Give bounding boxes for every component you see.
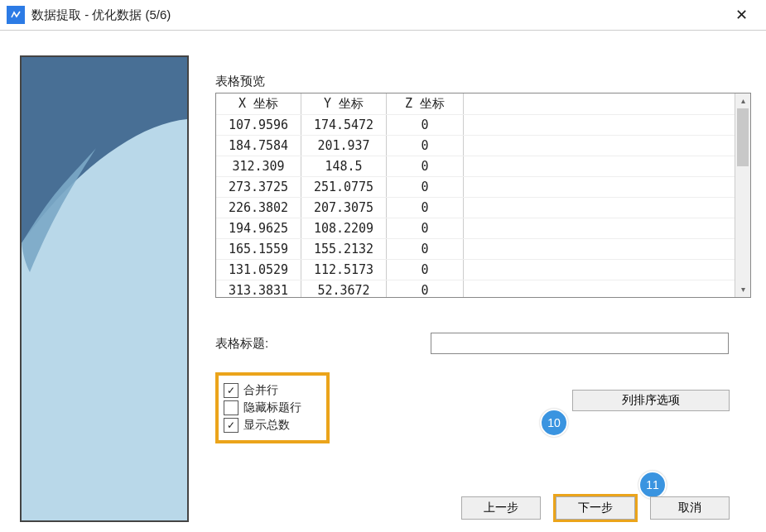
table-cell-pad — [464, 218, 735, 239]
table-cell-pad — [464, 239, 735, 260]
table-row[interactable]: 312.309148.50 — [216, 156, 735, 177]
table-preview: X 坐标Y 坐标Z 坐标 107.9596174.54720184.758420… — [215, 93, 751, 298]
table-cell: 0 — [387, 280, 464, 298]
table-cell: 0 — [387, 198, 464, 218]
table-scrollbar[interactable]: ▴ ▾ — [735, 93, 750, 297]
table-row[interactable]: 226.3802207.30750 — [216, 198, 735, 218]
table-cell: 273.3725 — [216, 177, 301, 198]
window-title: 数据提取 - 优化数据 (5/6) — [31, 7, 171, 23]
table-cell: 0 — [387, 156, 464, 177]
table-title-label: 表格标题: — [215, 336, 431, 352]
table-cell: 108.2209 — [301, 218, 387, 239]
table-cell: 0 — [387, 239, 464, 260]
preview-thumbnail — [20, 55, 189, 522]
hide-header-label: 隐藏标题行 — [243, 400, 301, 415]
table-cell: 0 — [387, 260, 464, 280]
table-title-input[interactable] — [431, 333, 729, 354]
table-cell: 165.1559 — [216, 239, 301, 260]
table-cell: 174.5472 — [301, 115, 387, 136]
step-badge-11: 11 — [638, 471, 667, 499]
table-cell: 226.3802 — [216, 198, 301, 218]
app-icon — [7, 6, 25, 24]
table-cell: 201.937 — [301, 136, 387, 156]
table-row[interactable]: 107.9596174.54720 — [216, 115, 735, 136]
table-row[interactable]: 313.383152.36720 — [216, 280, 735, 298]
scroll-down-icon[interactable]: ▾ — [735, 282, 750, 297]
column-sort-options-button[interactable]: 列排序选项 — [572, 390, 730, 411]
cancel-button[interactable]: 取消 — [650, 496, 730, 520]
table-row[interactable]: 131.0529112.51730 — [216, 260, 735, 280]
table-cell: 207.3075 — [301, 198, 387, 218]
merge-rows-checkbox[interactable]: ✓ — [224, 383, 238, 398]
table-cell-pad — [464, 260, 735, 280]
table-cell: 0 — [387, 115, 464, 136]
table-cell: 184.7584 — [216, 136, 301, 156]
table-cell-pad — [464, 177, 735, 198]
table-header-cell[interactable]: Y 坐标 — [301, 93, 387, 115]
step-badge-10: 10 — [540, 409, 568, 437]
scroll-up-icon[interactable]: ▴ — [735, 93, 750, 108]
merge-rows-label: 合并行 — [243, 383, 278, 398]
table-cell: 52.3672 — [301, 280, 387, 298]
table-cell-pad — [464, 156, 735, 177]
table-preview-label: 表格预览 — [215, 74, 751, 89]
table-cell: 131.0529 — [216, 260, 301, 280]
prev-button[interactable]: 上一步 — [461, 496, 541, 520]
table-cell-pad — [464, 280, 735, 298]
table-cell: 148.5 — [301, 156, 387, 177]
table-row[interactable]: 165.1559155.21320 — [216, 239, 735, 260]
table-cell: 112.5173 — [301, 260, 387, 280]
table-row[interactable]: 194.9625108.22090 — [216, 218, 735, 239]
table-cell: 312.309 — [216, 156, 301, 177]
checkbox-group-highlight: ✓ 合并行 隐藏标题行 ✓ 显示总数 — [215, 372, 330, 443]
table-cell: 313.3831 — [216, 280, 301, 298]
show-totals-checkbox[interactable]: ✓ — [224, 418, 238, 433]
table-cell: 0 — [387, 218, 464, 239]
hide-header-checkbox[interactable] — [224, 400, 238, 415]
table-cell-pad — [464, 115, 735, 136]
table-cell: 0 — [387, 136, 464, 156]
close-icon: ✕ — [735, 6, 748, 24]
next-button[interactable]: 下一步 — [556, 496, 635, 520]
table-cell: 155.2132 — [301, 239, 387, 260]
table-cell: 251.0775 — [301, 177, 387, 198]
close-button[interactable]: ✕ — [725, 0, 758, 30]
table-header-pad — [464, 93, 735, 115]
table-cell-pad — [464, 198, 735, 218]
titlebar: 数据提取 - 优化数据 (5/6) ✕ — [0, 0, 766, 31]
table-row[interactable]: 273.3725251.07750 — [216, 177, 735, 198]
scroll-thumb[interactable] — [737, 108, 749, 166]
table-header-cell[interactable]: X 坐标 — [216, 93, 301, 115]
show-totals-label: 显示总数 — [243, 418, 290, 433]
table-header-cell[interactable]: Z 坐标 — [387, 93, 464, 115]
table-cell: 0 — [387, 177, 464, 198]
table-cell: 107.9596 — [216, 115, 301, 136]
table-cell: 194.9625 — [216, 218, 301, 239]
table-cell-pad — [464, 136, 735, 156]
table-row[interactable]: 184.7584201.9370 — [216, 136, 735, 156]
